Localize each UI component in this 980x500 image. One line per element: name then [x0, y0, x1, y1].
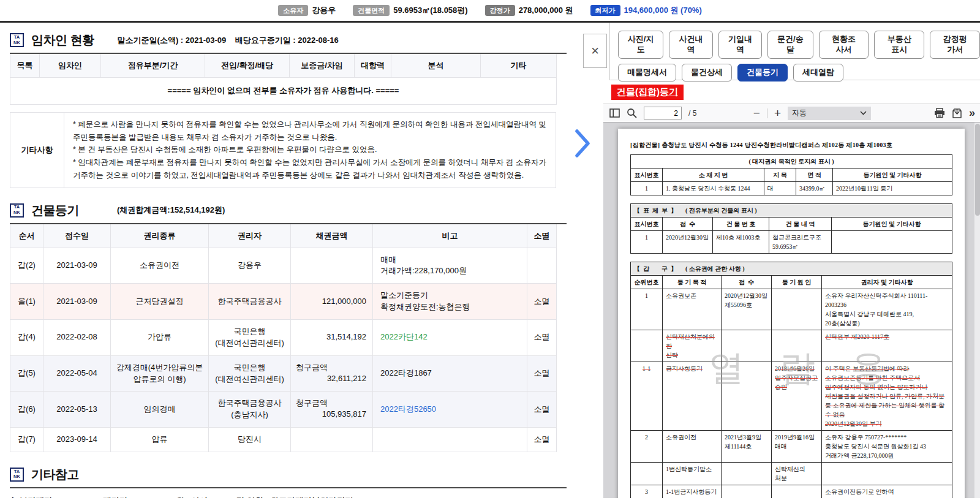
logo-line2: NK [13, 474, 20, 480]
cell-seq: 갑(6) [10, 392, 43, 428]
pdf-viewer-area[interactable]: [집합건물] 충청남도 당진시 수청동 1244 당진수청한라비발디캠퍼스 제1… [603, 123, 980, 498]
cell-note: 말소기준등기확정채권양도전:농협은행 [373, 284, 527, 320]
tab-site-survey[interactable]: 현황조사서 [819, 31, 869, 59]
doc-cell [631, 330, 663, 362]
doc-cell: 신탁원부 제2020-1117호 [822, 330, 952, 362]
doc-cell: 대 [764, 182, 796, 195]
doc-cell [832, 231, 952, 254]
holder-name: 한국주택금융공사 [214, 398, 285, 409]
doc-col-header: 지 목 [764, 169, 796, 182]
building-description-table: 【 표 제 부 】( 전유부분의 건물의 표시 ) 표시번호 접 수 건 물 번… [630, 203, 952, 254]
tab-sale-specification[interactable]: 매물명세서 [618, 64, 676, 81]
search-icon[interactable] [627, 108, 637, 118]
tab-photo-map[interactable]: 사진/지도 [618, 31, 663, 59]
cell-note [373, 428, 527, 452]
doc-cell [722, 485, 772, 499]
print-icon[interactable] [934, 108, 945, 118]
tank-logo-icon: TA NK [10, 203, 24, 218]
doc-cell: 2018년6월26일 입주자모집공고 승인 [772, 362, 822, 431]
close-viewer-button[interactable]: ✕ [583, 34, 607, 68]
tab-appraisal-report[interactable]: 감정평가서 [930, 31, 980, 59]
cell-type: 임의경매 [111, 392, 209, 428]
tab-property-notation[interactable]: 부동산표시 [874, 31, 924, 59]
doc-row: 1 1. 충청남도 당진시 수청동 1244 대 34399.0㎡ 2022년1… [631, 182, 952, 195]
logo-line2: NK [13, 210, 20, 216]
download-icon[interactable] [952, 108, 962, 118]
sidebar-toggle-icon[interactable] [609, 108, 620, 118]
cell-type: 가압류 [111, 319, 209, 355]
zoom-in-icon[interactable]: + [774, 107, 781, 119]
cell-status: 소멸 [527, 319, 557, 355]
tenant-col-header: 대항력 [355, 54, 391, 78]
doc-col-header: 등기원인 및 기타사항 [833, 169, 952, 182]
cell-amount [291, 248, 373, 284]
cell-type: 근저당권설정 [111, 284, 209, 320]
cell-date: 2023-09-14 [43, 428, 111, 452]
zoom-out-icon[interactable]: − [753, 107, 760, 119]
tab-item-detail[interactable]: 물건상세 [682, 64, 732, 81]
cell-status: 소멸 [527, 428, 557, 452]
registry-row: 갑(7) 2023-09-14 압류 당진시 소멸 [10, 428, 557, 452]
cell-amount: 121,000,000 [291, 284, 373, 320]
registry-claim-total: (채권합계금액:152,514,192원) [117, 205, 225, 216]
owner-badge: 소유자 [278, 5, 308, 16]
doc-cell: 2020년12월30일 제55096호 [722, 289, 772, 330]
min-price-badge: 최저가 [590, 5, 620, 16]
pdf-page: [집합건물] 충청남도 당진시 수청동 1244 당진수청한라비발디캠퍼스 제1… [618, 129, 965, 498]
doc-col-header: 등 기 원 인 [772, 276, 822, 289]
zoom-mode-select[interactable]: 자동 [788, 107, 871, 120]
tenant-col-header: 기타 [481, 54, 557, 78]
tenant-col-header: 임차인 [40, 54, 101, 78]
cell-type: 강제경매(4번가압류의본압류로의 이행) [111, 355, 209, 392]
holder-name: 당진시 [214, 434, 285, 445]
holder-name: 강용우 [214, 260, 285, 271]
tenant-col-header: 전입/확정/배당 [205, 54, 290, 78]
page-number-input[interactable] [644, 107, 682, 119]
doc-cell [772, 289, 822, 330]
amount-value: 121,000,000 [322, 297, 366, 306]
doc-cell: 1-1번금지사항등기 말소 [663, 485, 722, 499]
tenant-col-header: 목록 [10, 54, 40, 78]
cell-holder: 한국주택금융공사(충남지사) [209, 392, 291, 428]
tab-case-history[interactable]: 사건내역 [669, 31, 712, 59]
holder-name: 국민은행 [214, 362, 285, 374]
doc-row: 2 소유권이전 2021년3월9일 제11144호 2019년9월16일 매매 … [631, 431, 952, 463]
building-table-caption: 【 표 제 부 】( 전유부분의 건물의 표시 ) [631, 204, 952, 218]
doc-row-cancelled: 신탁재산처분에의한 신탁 신탁원부 제2020-1117호 [631, 330, 952, 362]
tab-documents[interactable]: 문건/송달 [767, 31, 813, 59]
doc-cell: 1. 충청남도 당진시 수청동 1244 [663, 182, 764, 195]
registry-section-header: TA NK 건물등기 (채권합계금액:152,514,192원) [10, 198, 567, 224]
tenant-section-header: TA NK 임차인 현황 말소기준일(소액) : 2021-03-09 배당요구… [10, 28, 567, 54]
owner-value: 강용우 [312, 5, 336, 16]
tenant-col-header: 점유부분/기간 [101, 54, 205, 78]
reference-section-title: 기타참고 [31, 466, 79, 483]
tenant-col-header: 분석 [391, 54, 481, 78]
cell-date: 2021-03-09 [43, 248, 111, 284]
registry-col-header: 접수일 [43, 224, 111, 248]
doc-cell: 소유권이전 [663, 431, 722, 463]
tab-building-registry[interactable]: 건물등기 [737, 64, 788, 81]
case-number-link[interactable]: 2022타경52650 [380, 404, 522, 415]
pdf-scrollbar-thumb[interactable] [975, 124, 980, 216]
no-tenant-message: ===== 임차인이 없으며 전부를 소유자가 점유 사용합니다. ===== [10, 78, 557, 105]
building-area-badge: 건물면적 [353, 5, 390, 16]
tab-schedule[interactable]: 기일내역 [718, 31, 762, 59]
tab-row-1: 사진/지도 사건내역 기일내역 문건/송달 현황조사서 부동산표시 감정평가서 [618, 31, 980, 59]
ownership-table-caption: 【 갑 구 】( 소유권에 관한 사항 ) [631, 262, 952, 276]
pdf-scrollbar[interactable] [974, 123, 980, 498]
cell-amount: 청구금액105,935,817 [291, 392, 373, 428]
cell-seq: 갑(4) [10, 319, 43, 355]
cell-type: 압류 [111, 428, 209, 452]
registry-row: 을(1) 2021-03-09 근저당권설정 한국주택금융공사 121,000,… [10, 284, 557, 320]
ownership-section-table: 【 갑 구 】( 소유권에 관한 사항 ) 순위번호 등 기 목 적 접 수 등… [630, 262, 952, 498]
more-tools-icon[interactable]: » [969, 107, 974, 119]
note-line: * 본 건 부동산은 당진시 수청동에 소재한 아파트로 우편함에는 우편물이 … [73, 143, 547, 156]
cell-status: 소멸 [527, 355, 557, 392]
registry-col-header: 권리자 [209, 224, 291, 248]
doc-col-header: 순위번호 [631, 276, 663, 289]
pdf-toolbar: / 5 − + 자동 » [603, 104, 980, 123]
tab-household-list[interactable]: 세대열람 [793, 64, 843, 81]
doc-cell: 소유권이전등기로 인하여 2021년3월9일 등기 [822, 485, 952, 499]
doc-col-header: 면 적 [796, 169, 833, 182]
doc-col-header: 건 물 번 호 [713, 218, 769, 231]
